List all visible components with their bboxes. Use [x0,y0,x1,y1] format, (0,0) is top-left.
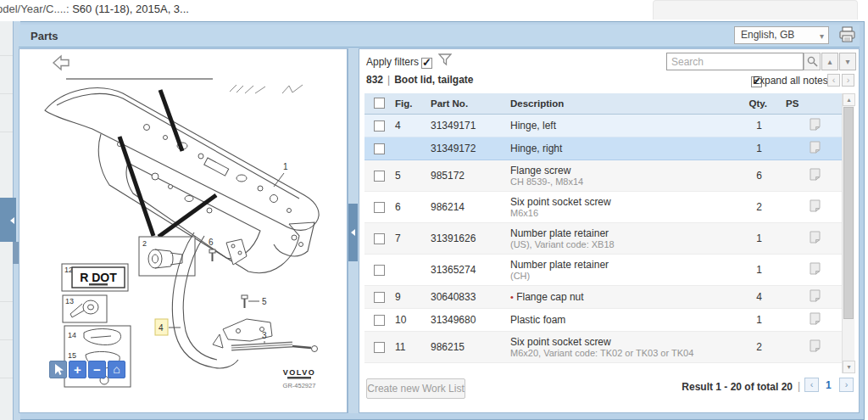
table-row[interactable]: 31349172Hinge, right1 [364,137,842,160]
callout-5[interactable]: 5 [262,297,267,306]
back-arrow-icon[interactable] [53,56,69,70]
language-select[interactable]: English, GB ▾ [734,26,829,44]
description-cell: Hinge, left [509,118,721,133]
zoom-in-button[interactable]: + [69,361,86,378]
part-no-cell[interactable]: 986214 [429,199,509,215]
col-header-description[interactable]: Description [509,98,721,110]
fig-cell: 6 [393,199,429,215]
table-row[interactable]: 431349171Hinge, left1 [364,115,842,137]
row-checkbox[interactable] [374,171,385,182]
col-header-fig[interactable]: Fig. [393,98,429,110]
scroll-up-button[interactable]: ▴ [843,93,855,106]
chevron-left-icon: ‹ [832,75,836,85]
callout-6[interactable]: 6 [209,238,214,247]
table-row[interactable]: 11986215Six point socket screwM6x20, Var… [364,332,842,363]
description-subtext: (US), Variant code: XB18 [510,239,720,250]
chevron-left-icon: ‹ [810,379,814,389]
row-checkbox[interactable] [374,342,385,353]
row-checkbox[interactable] [374,265,385,276]
pagination-current-page[interactable]: 1 [826,379,832,391]
language-value: English, GB [741,29,794,41]
callout-4[interactable]: 4 [159,323,164,333]
drawing-ref: GR-452927 [283,382,316,389]
callout-2[interactable]: 2 [142,239,147,248]
row-checkbox[interactable] [374,202,385,213]
part-no-cell[interactable]: 31391626 [429,231,509,246]
note-icon[interactable] [810,168,821,183]
col-header-ps[interactable]: PS [776,98,842,110]
description-cell: Flange screwCH 8539-, M8x14 [509,163,721,189]
part-no-cell[interactable]: 31349680 [429,312,509,328]
select-all-checkbox[interactable] [374,98,385,109]
table-row[interactable]: 6986214Six point socket screwM6x162 [364,192,842,223]
note-icon[interactable] [810,141,821,156]
description-cell: Plastic foam [509,312,721,328]
callout-1[interactable]: 1 [283,162,288,171]
pointer-tool-button[interactable] [49,361,67,378]
note-icon[interactable] [810,231,821,246]
next-group-button[interactable]: › [842,74,854,87]
table-scrollbar[interactable]: ▴ ▾ [842,93,854,373]
table-header-row: Fig. Part No. Description Qty. PS [364,93,842,115]
search-next-button[interactable]: ▾ [839,53,856,70]
scroll-down-button[interactable]: ▾ [843,361,855,373]
divider [0,132,13,132]
scrollbar-thumb[interactable] [843,107,854,319]
part-no-cell[interactable]: 31349171 [429,118,509,133]
pagination-next-button[interactable]: › [839,378,854,392]
table-row[interactable]: 31365274Number plate retainer(CH)1 [364,255,842,286]
background-tab[interactable] [653,0,858,20]
collapse-arrow-icon [351,229,355,236]
divider [0,301,13,302]
row-checkbox[interactable] [374,315,385,326]
search-button[interactable] [804,53,821,70]
note-icon[interactable] [810,262,821,277]
hinge-bracket [226,239,247,265]
qty-cell: 6 [721,168,776,183]
collapse-left-panel-tab[interactable] [0,198,16,242]
note-icon[interactable] [810,199,821,215]
description-cell: Hinge, right [509,141,721,156]
row-checkbox[interactable] [374,233,385,244]
search-input[interactable] [666,53,804,70]
pagination-prev-button[interactable]: ‹ [804,378,819,392]
prev-group-button[interactable]: ‹ [827,74,840,87]
apply-filters-label: Apply filters [366,56,419,68]
col-header-qty[interactable]: Qty. [721,98,776,110]
part-no-cell[interactable]: 985172 [429,168,509,183]
part-no-cell[interactable]: 31365274 [429,262,509,277]
description-cell: Number plate retainer(US), Variant code:… [509,226,721,252]
col-header-part-no[interactable]: Part No. [429,98,509,110]
note-icon[interactable] [810,339,821,355]
callout-13[interactable]: 13 [65,297,74,305]
pointer-icon [50,361,66,378]
create-worklist-button[interactable]: Create new Work List [366,378,465,399]
table-row[interactable]: 731391626Number plate retainer(US), Vari… [364,223,842,255]
row-checkbox[interactable] [374,292,385,303]
callout-15[interactable]: 15 [68,351,76,360]
filter-icon[interactable] [438,53,452,70]
table-row[interactable]: 1031349680Plastic foam1 [364,309,842,332]
note-icon[interactable] [810,118,821,133]
page-title: Parts [31,30,58,42]
search-prev-button[interactable]: ▴ [821,53,838,70]
part-no-cell[interactable]: 31349172 [429,141,509,156]
note-icon[interactable] [810,289,821,305]
fig-cell: 9 [393,289,429,305]
callout-3[interactable]: 3 [262,331,267,340]
part-no-cell[interactable]: 986215 [429,339,509,355]
callout-14[interactable]: 14 [68,331,76,339]
part-no-cell[interactable]: 30640833 [429,289,509,305]
gas-strut [231,344,318,352]
apply-filters-checkbox[interactable] [421,58,432,69]
note-icon[interactable] [810,312,821,328]
zoom-out-button[interactable]: − [88,361,106,378]
home-view-button[interactable]: ⌂ [108,361,125,378]
table-row[interactable]: 5985172Flange screwCH 8539-, M8x146 [364,160,842,192]
table-row[interactable]: 930640833• Flange cap nut4 [364,286,842,309]
row-checkbox[interactable] [374,143,385,154]
print-icon[interactable] [838,26,856,47]
row-checkbox[interactable] [374,120,385,132]
fig-cell [393,268,429,272]
collapse-diagram-tab[interactable] [348,204,358,261]
